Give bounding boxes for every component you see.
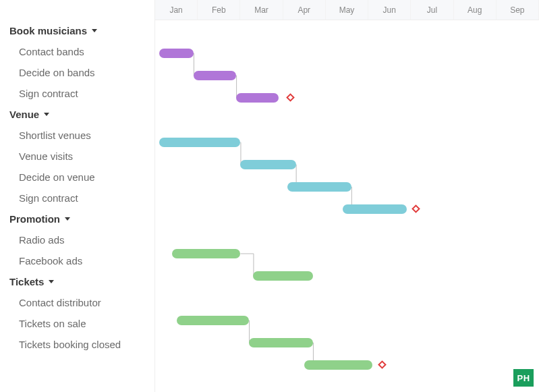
caret-down-icon: [44, 113, 49, 116]
gantt-row: [155, 310, 539, 332]
month-label: Sep: [497, 0, 539, 20]
gantt-row: [155, 65, 539, 87]
task-label[interactable]: Facebook ads: [0, 250, 154, 271]
task-label[interactable]: Sign contract: [0, 188, 154, 208]
group-name: Tickets: [9, 276, 44, 287]
group-header[interactable]: Venue: [0, 104, 154, 125]
milestone-icon[interactable]: [412, 204, 421, 213]
task-label[interactable]: Decide on bands: [0, 62, 154, 83]
task-label[interactable]: Radio ads: [0, 229, 154, 250]
gantt-row: [155, 43, 539, 65]
gantt-bar[interactable]: [287, 182, 351, 192]
gantt-timeline: JanFebMarAprMayJunJulAugSep: [155, 0, 539, 392]
group-header[interactable]: Tickets: [0, 271, 154, 292]
ph-badge[interactable]: PH: [513, 369, 534, 387]
group-header[interactable]: Book musicians: [0, 20, 154, 41]
month-label: Apr: [283, 0, 326, 20]
month-label: Feb: [198, 0, 240, 20]
month-header: JanFebMarAprMayJunJulAugSep: [155, 0, 539, 20]
task-label[interactable]: Shortlist venues: [0, 125, 154, 146]
caret-down-icon: [65, 217, 70, 221]
gantt-bar[interactable]: [343, 204, 407, 214]
caret-down-icon: [92, 29, 97, 32]
gantt-row: [155, 87, 539, 109]
gantt-row: [155, 154, 539, 176]
gantt-row: [155, 176, 539, 198]
group-name: Venue: [9, 109, 39, 120]
gantt-row: [155, 354, 539, 376]
gantt-row: [155, 198, 539, 221]
group-name: Promotion: [9, 213, 60, 225]
gantt-bar[interactable]: [194, 71, 236, 80]
milestone-icon[interactable]: [286, 93, 295, 102]
month-label: May: [326, 0, 368, 20]
gantt-bar[interactable]: [253, 271, 313, 281]
month-label: Jun: [368, 0, 411, 20]
month-label: Jul: [411, 0, 453, 20]
group-name: Book musicians: [9, 25, 87, 36]
gantt-bar[interactable]: [236, 93, 279, 103]
task-label[interactable]: Contact distributor: [0, 292, 154, 313]
gantt-bar[interactable]: [240, 160, 295, 169]
gantt-row: [155, 332, 539, 354]
gantt-bar[interactable]: [159, 138, 240, 147]
gantt-row: [155, 132, 539, 154]
task-label[interactable]: Sign contract: [0, 83, 154, 104]
task-label[interactable]: Decide on venue: [0, 167, 154, 188]
task-sidebar: Book musiciansContact bandsDecide on ban…: [0, 0, 155, 392]
task-label[interactable]: Tickets booking closed: [0, 334, 154, 355]
task-label[interactable]: Contact bands: [0, 41, 154, 62]
caret-down-icon: [49, 280, 54, 283]
month-label: Aug: [454, 0, 497, 20]
gantt-row: [155, 265, 539, 287]
gantt-row: [155, 243, 539, 265]
group-header[interactable]: Promotion: [0, 208, 154, 229]
gantt-bar[interactable]: [304, 360, 372, 370]
gantt-bar[interactable]: [249, 338, 313, 347]
task-label[interactable]: Tickets on sale: [0, 313, 154, 334]
task-label[interactable]: Venue visits: [0, 146, 154, 167]
gantt-bar[interactable]: [172, 249, 240, 258]
gantt-chart: Book musiciansContact bandsDecide on ban…: [0, 0, 539, 392]
gantt-bar[interactable]: [177, 316, 249, 325]
gantt-bar[interactable]: [159, 49, 194, 58]
month-label: Mar: [240, 0, 283, 20]
milestone-icon[interactable]: [378, 360, 387, 369]
gantt-rows: [155, 20, 539, 376]
month-label: Jan: [155, 0, 198, 20]
